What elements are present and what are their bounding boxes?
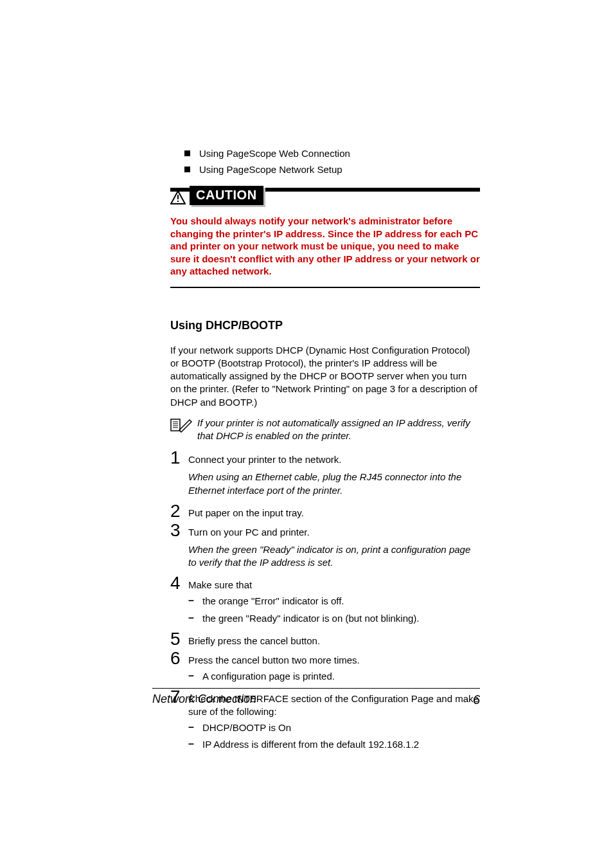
step-sub-note: When the green "Ready" indicator is on, …: [188, 543, 480, 570]
footer-row: Network Connection 6: [152, 692, 480, 707]
square-bullet-icon: [184, 167, 190, 172]
note-pencil-icon: [170, 417, 192, 433]
step-4: 4 Make sure that: [170, 574, 480, 592]
step-number: 4: [170, 574, 186, 592]
warning-triangle-icon: [170, 190, 186, 204]
caution-text: You should always notify your network's …: [170, 215, 480, 278]
section-heading: Using DHCP/BOOTP: [170, 319, 480, 332]
dash-list: – DHCP/BOOTP is On – IP Address is diffe…: [188, 721, 480, 752]
dash-list: – A configuration page is printed.: [188, 670, 480, 683]
intro-paragraph: If your network supports DHCP (Dynamic H…: [170, 344, 480, 409]
step-number: 3: [170, 521, 186, 539]
dash-list: – the orange "Error" indicator is off. –…: [188, 595, 480, 625]
bullet-text: Using PageScope Web Connection: [199, 148, 350, 159]
step-number: 1: [170, 449, 186, 467]
step-text: Briefly press the cancel button.: [188, 630, 320, 647]
dash-item: – DHCP/BOOTP is On: [188, 721, 480, 734]
step-sub-note: When using an Ethernet cable, plug the R…: [188, 471, 480, 497]
document-page: Using PageScope Web Connection Using Pag…: [0, 0, 613, 868]
dash-icon: –: [188, 612, 202, 624]
bullet-text: Using PageScope Network Setup: [199, 164, 342, 175]
square-bullet-icon: [184, 150, 190, 156]
dash-icon: –: [188, 738, 202, 750]
caution-bottom-rule: [170, 287, 480, 288]
footer-title: Network Connection: [152, 692, 256, 707]
caution-header: CAUTION: [170, 188, 480, 206]
dash-item: – the green "Ready" indicator is on (but…: [188, 612, 480, 625]
dash-item: – IP Address is different from the defau…: [188, 738, 480, 751]
list-item: Using PageScope Network Setup: [184, 164, 480, 175]
caution-block: CAUTION You should always notify your ne…: [170, 188, 480, 288]
step-3: 3 Turn on your PC and printer.: [170, 521, 480, 539]
note-text: If your printer is not automatically ass…: [197, 417, 480, 443]
dash-text: DHCP/BOOTP is On: [202, 721, 291, 734]
dash-item: – the orange "Error" indicator is off.: [188, 595, 480, 608]
step-2: 2 Put paper on the input tray.: [170, 502, 480, 520]
step-number: 2: [170, 502, 186, 520]
step-text: Turn on your PC and printer.: [188, 521, 310, 539]
page-footer: Network Connection 6: [152, 688, 480, 707]
dash-icon: –: [188, 595, 202, 606]
step-6: 6 Press the cancel button two more times…: [170, 649, 480, 667]
footer-page-number: 6: [473, 692, 480, 707]
dash-item: – A configuration page is printed.: [188, 670, 480, 683]
svg-rect-3: [171, 419, 180, 431]
list-item: Using PageScope Web Connection: [184, 148, 480, 159]
step-5: 5 Briefly press the cancel button.: [170, 630, 480, 648]
svg-rect-1: [177, 195, 179, 199]
footer-rule: [152, 688, 480, 689]
svg-rect-2: [177, 201, 179, 202]
dash-icon: –: [188, 670, 202, 682]
top-bullet-list: Using PageScope Web Connection Using Pag…: [184, 148, 480, 175]
step-text: Connect your printer to the network.: [188, 449, 341, 466]
dash-text: the orange "Error" indicator is off.: [202, 595, 344, 608]
dash-text: IP Address is different from the default…: [202, 738, 419, 751]
note-row: If your printer is not automatically ass…: [170, 417, 480, 443]
step-number: 6: [170, 649, 186, 667]
svg-marker-8: [179, 420, 191, 432]
step-text: Press the cancel button two more times.: [188, 649, 360, 667]
dash-text: A configuration page is printed.: [202, 670, 335, 683]
dash-icon: –: [188, 721, 202, 733]
caution-badge: CAUTION: [190, 186, 263, 205]
step-1: 1 Connect your printer to the network.: [170, 449, 480, 467]
dash-text: the green "Ready" indicator is on (but n…: [202, 612, 420, 625]
step-number: 5: [170, 630, 186, 648]
step-text: Make sure that: [188, 574, 252, 592]
step-text: Put paper on the input tray.: [188, 502, 304, 520]
